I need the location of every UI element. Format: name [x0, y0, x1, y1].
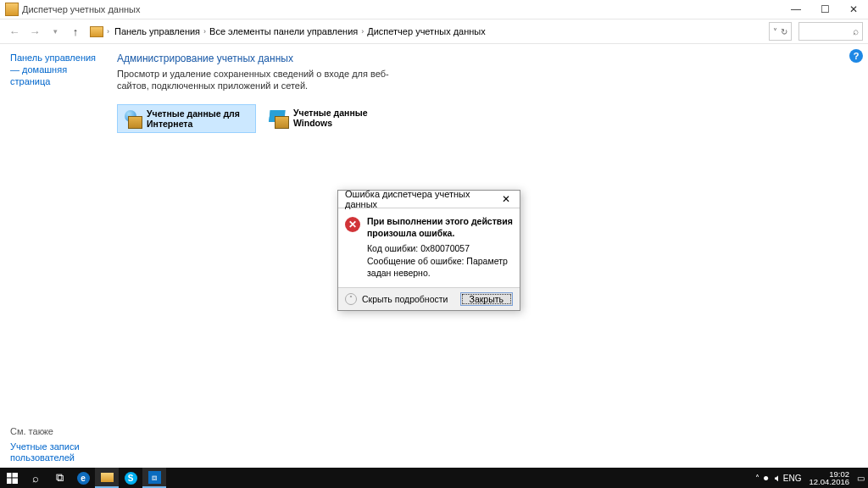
error-code-line: Код ошибки: 0x80070057 — [367, 242, 513, 254]
help-icon[interactable]: ? — [849, 49, 863, 63]
refresh-group: ˅ ↻ — [769, 22, 792, 41]
store-button[interactable]: ⧈ — [142, 468, 166, 488]
search-icon: ⌕ — [853, 25, 859, 37]
task-view-button[interactable]: ⧉ — [47, 468, 71, 488]
svg-rect-1 — [12, 473, 18, 477]
dialog-footer: ˄ Скрыть подробности Закрыть — [338, 287, 520, 310]
recent-dropdown[interactable]: ▾ — [46, 22, 64, 41]
chevron-right-icon: › — [107, 27, 109, 36]
svg-rect-3 — [12, 478, 18, 484]
error-dialog: Ошибка диспетчера учетных данных ✕ ✕ При… — [337, 190, 520, 311]
web-credentials-label: Учетные данные для Интернета — [147, 108, 250, 129]
dialog-close-icon[interactable]: ✕ — [494, 191, 518, 207]
error-icon: ✕ — [345, 217, 360, 232]
dialog-titlebar: Ошибка диспетчера учетных данных ✕ — [338, 191, 520, 208]
crumb-credential-manager[interactable]: Диспетчер учетных данных — [365, 26, 487, 36]
windows-credentials-icon — [270, 108, 288, 127]
web-credentials-tile[interactable]: Учетные данные для Интернета — [117, 104, 256, 133]
skype-icon: S — [125, 472, 137, 485]
up-button[interactable]: ↑ — [66, 22, 85, 41]
error-message-line: Сообщение об ошибке: Параметр задан неве… — [367, 255, 513, 279]
network-icon[interactable]: ⚫︎ — [762, 473, 770, 484]
chevron-up-icon[interactable]: ˄ — [345, 293, 357, 305]
svg-rect-2 — [7, 478, 11, 484]
crumb-all-items[interactable]: Все элементы панели управления — [208, 26, 359, 36]
breadcrumb[interactable]: Панель управления › Все элементы панели … — [111, 22, 767, 41]
credential-manager-icon — [5, 3, 19, 16]
taskbar: ⌕ ⧉ e S ⧈ ˄ ⚫︎ 🔈︎ ENG 19:02 12.04.2016 ▭ — [0, 468, 868, 488]
language-indicator[interactable]: ENG — [783, 474, 802, 483]
titlebar: Диспетчер учетных данных — ☐ ✕ — [0, 0, 868, 19]
folder-icon — [101, 473, 114, 482]
credential-type-tiles: Учетные данные для Интернета Учетные дан… — [117, 104, 858, 133]
folder-icon — [90, 26, 103, 37]
page-title: Администрирование учетных данных — [117, 53, 858, 64]
action-center-icon[interactable]: ▭ — [857, 474, 865, 483]
skype-button[interactable]: S — [119, 468, 142, 488]
error-headline: При выполнении этого действия произошла … — [367, 215, 513, 239]
close-button[interactable]: Закрыть — [460, 292, 513, 306]
file-explorer-button[interactable] — [95, 468, 119, 488]
chevron-right-icon: › — [203, 27, 206, 36]
sidebar: Панель управления — домашняя страница См… — [0, 44, 107, 468]
web-credentials-icon — [123, 109, 142, 128]
edge-button[interactable]: e — [71, 468, 95, 488]
dialog-message: При выполнении этого действия произошла … — [367, 215, 513, 279]
clock-date: 12.04.2016 — [809, 478, 849, 486]
clock[interactable]: 19:02 12.04.2016 — [804, 470, 854, 486]
page-description: Просмотр и удаление сохраненных сведений… — [117, 68, 405, 92]
store-icon: ⧈ — [148, 471, 161, 484]
close-window-button[interactable]: ✕ — [839, 0, 868, 19]
window-title: Диспетчер учетных данных — [22, 4, 782, 14]
maximize-button[interactable]: ☐ — [810, 0, 839, 19]
windows-credentials-label: Учетные данные Windows — [293, 108, 397, 128]
start-button[interactable] — [0, 468, 24, 488]
address-bar: ← → ▾ ↑ › Панель управления › Все элемен… — [0, 19, 868, 44]
system-tray[interactable]: ˄ ⚫︎ 🔈︎ ENG 19:02 12.04.2016 ▭ — [755, 470, 868, 486]
user-accounts-link[interactable]: Учетные записи пользователей — [10, 441, 103, 465]
control-panel-home-link[interactable]: Панель управления — домашняя страница — [10, 53, 103, 87]
windows-credentials-tile[interactable]: Учетные данные Windows — [264, 104, 402, 131]
back-button[interactable]: ← — [5, 22, 24, 41]
hide-details-link[interactable]: Скрыть подробности — [362, 294, 455, 304]
volume-icon[interactable]: 🔈︎ — [772, 474, 781, 483]
forward-button[interactable]: → — [25, 22, 44, 41]
search-button[interactable]: ⌕ — [24, 468, 47, 488]
svg-rect-0 — [7, 473, 11, 477]
search-input[interactable]: ⌕ — [798, 22, 863, 41]
see-also-heading: См. также — [10, 426, 103, 436]
dialog-body: ✕ При выполнении этого действия произошл… — [338, 208, 520, 287]
dialog-title: Ошибка диспетчера учетных данных — [345, 189, 494, 209]
tray-chevron-icon[interactable]: ˄ — [755, 474, 760, 483]
edge-icon: e — [77, 472, 90, 485]
chevron-right-icon: › — [361, 27, 364, 36]
chevron-down-icon[interactable]: ˅ — [773, 27, 777, 36]
refresh-button[interactable]: ↻ — [781, 27, 787, 36]
crumb-control-panel[interactable]: Панель управления — [113, 26, 202, 36]
minimize-button[interactable]: — — [782, 0, 810, 19]
